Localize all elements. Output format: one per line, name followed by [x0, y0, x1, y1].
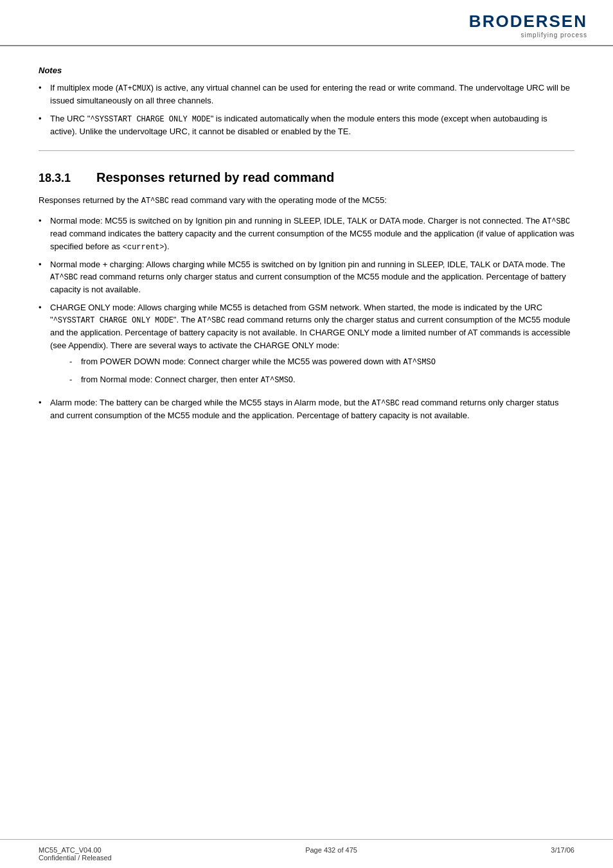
section-title: Responses returned by read command	[96, 170, 334, 185]
bullet-icon-2: •	[39, 112, 50, 125]
content: Notes • If multiplex mode (AT+CMUX) is a…	[0, 46, 613, 454]
sub-bullet-1: - from POWER DOWN mode: Connect charger …	[69, 355, 574, 368]
logo-subtitle: simplifying process	[521, 31, 587, 39]
notes-list: • If multiplex mode (AT+CMUX) is active,…	[39, 82, 574, 137]
dash-icon-1: -	[69, 355, 81, 368]
bullet-icon-s1: •	[39, 215, 50, 227]
section-bullet-2: • Normal mode + charging: Allows chargin…	[39, 258, 574, 296]
section-bullets: • Normal mode: MC55 is switched on by Ig…	[39, 215, 574, 422]
footer-left: MC55_ATC_V04.00 Confidential / Released	[39, 846, 112, 862]
bullet-icon-s2: •	[39, 258, 50, 271]
section-bullet-2-text: Normal mode + charging: Allows charging …	[50, 258, 574, 296]
footer-date: 3/17/06	[551, 846, 574, 854]
sub-bullet-2-text: from Normal mode: Connect charger, then …	[81, 373, 296, 386]
section-bullet-1-text: Normal mode: MC55 is switched on by Igni…	[50, 215, 574, 253]
notes-section: Notes • If multiplex mode (AT+CMUX) is a…	[39, 66, 574, 137]
section-bullet-4: • Alarm mode: The battery can be charged…	[39, 396, 574, 422]
bullet-icon-1: •	[39, 82, 50, 94]
sub-bullet-1-text: from POWER DOWN mode: Connect charger wh…	[81, 355, 436, 368]
page-wrapper: BRODERSEN simplifying process Notes • If…	[0, 0, 613, 868]
code-at-smso-1: AT^SMSO	[403, 358, 435, 367]
notes-bullet-1-text: If multiplex mode (AT+CMUX) is active, a…	[50, 82, 574, 107]
footer-doc-id: MC55_ATC_V04.00	[39, 846, 112, 854]
section-bullet-3-text: CHARGE ONLY mode: Allows charging while …	[50, 301, 574, 392]
sub-bullet-list: - from POWER DOWN mode: Connect charger …	[50, 355, 574, 386]
code-at-sbc-intro: AT^SBC	[141, 197, 169, 206]
code-at-sbc-b4: AT^SBC	[372, 399, 400, 408]
dash-icon-2: -	[69, 373, 81, 386]
footer-center: Page 432 of 475	[305, 846, 357, 854]
bullet-icon-s4: •	[39, 396, 50, 409]
sub-bullet-2: - from Normal mode: Connect charger, the…	[69, 373, 574, 386]
section-bullet-3: • CHARGE ONLY mode: Allows charging whil…	[39, 301, 574, 392]
header: BRODERSEN simplifying process	[0, 0, 613, 46]
code-at-sbc-b1: AT^SBC	[542, 217, 570, 226]
logo-area: BRODERSEN simplifying process	[469, 12, 587, 39]
section-bullet-1: • Normal mode: MC55 is switched on by Ig…	[39, 215, 574, 253]
footer-right: 3/17/06	[551, 846, 574, 854]
notes-bullet-2: • The URC "^SYSSTART CHARGE ONLY MODE" i…	[39, 112, 574, 138]
section-bullet-4-text: Alarm mode: The battery can be charged w…	[50, 396, 574, 422]
section-title-row: 18.3.1 Responses returned by read comman…	[39, 170, 574, 185]
notes-bullet-2-text: The URC "^SYSSTART CHARGE ONLY MODE" is …	[50, 112, 574, 138]
code-at-cmux: AT+CMUX	[118, 84, 150, 93]
code-sysstart-b3: ^SYSSTART CHARGE ONLY MODE	[53, 316, 173, 325]
code-at-smso-2: AT^SMSO	[261, 376, 293, 385]
notes-heading: Notes	[39, 66, 574, 75]
footer-page: Page 432 of 475	[305, 846, 357, 854]
code-at-sbc-b3: AT^SBC	[197, 316, 225, 325]
code-current-b1: <current>	[123, 243, 164, 252]
footer-status: Confidential / Released	[39, 854, 112, 862]
code-at-sbc-b2: AT^SBC	[50, 273, 78, 282]
notes-bullet-1: • If multiplex mode (AT+CMUX) is active,…	[39, 82, 574, 107]
section-divider	[39, 150, 574, 151]
footer: MC55_ATC_V04.00 Confidential / Released …	[0, 839, 613, 868]
logo-text: BRODERSEN	[469, 12, 587, 31]
section-intro: Responses returned by the AT^SBC read co…	[39, 194, 574, 207]
code-sysstart-charge: ^SYSSTART CHARGE ONLY MODE	[90, 115, 210, 124]
bullet-icon-s3: •	[39, 301, 50, 314]
section-number: 18.3.1	[39, 172, 96, 185]
